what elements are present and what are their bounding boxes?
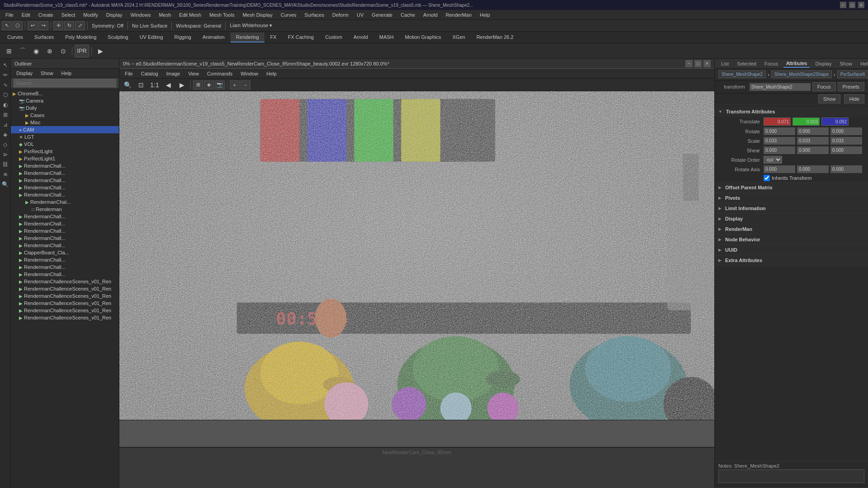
tab-attributes[interactable]: Attributes [783, 60, 810, 68]
scale-x-input[interactable] [764, 137, 795, 145]
render-file-menu[interactable]: File [121, 70, 137, 77]
render-image-menu[interactable]: Image [163, 70, 184, 77]
notes-textarea[interactable] [718, 469, 864, 483]
scale-tool-btn[interactable]: ⤢ [75, 21, 85, 30]
tree-item[interactable]: ▶RendermanChall... [11, 162, 119, 169]
tree-item[interactable]: 📷Camera [11, 97, 119, 104]
snap-view-btn[interactable]: ⊙ [57, 45, 70, 57]
presets-btn[interactable]: Presets [838, 82, 864, 91]
shear-y-input[interactable] [797, 146, 829, 154]
rotate-y-input[interactable] [797, 127, 829, 135]
translate-z-input[interactable] [821, 117, 849, 126]
shear-z-input[interactable] [830, 146, 862, 154]
select-tool-btn[interactable]: ↖ [2, 21, 12, 30]
tab-mash[interactable]: MASH [374, 33, 399, 42]
tab-poly-modeling[interactable]: Poly Modeling [60, 33, 102, 42]
tree-item[interactable]: □Renderman [11, 206, 119, 213]
tree-item[interactable]: ▶RendermanChallenceScenes_v01_Ren [11, 292, 119, 300]
menu-item-deform[interactable]: Deform [329, 11, 352, 19]
render-commands-menu[interactable]: Commands [203, 70, 236, 77]
tree-item[interactable]: ▶Misc [11, 119, 119, 126]
rivet-tool[interactable]: ⊞ [1, 110, 10, 119]
curve-tool[interactable]: ∿ [1, 80, 10, 89]
tab-motion-graphics[interactable]: Motion Graphics [400, 33, 447, 42]
menu-item-windows[interactable]: Windows [127, 11, 155, 19]
rotate-axis-x[interactable] [764, 165, 795, 173]
rotate-axis-y[interactable] [797, 165, 829, 173]
tab-help[interactable]: Help [858, 60, 868, 67]
node-behavior-header[interactable]: ▶ Node Behavior [715, 235, 868, 244]
tree-item[interactable]: ▶PxrRectLight [11, 148, 119, 155]
render-settings-btn[interactable]: IPR [75, 45, 89, 57]
menu-item-help[interactable]: Help [476, 11, 494, 19]
sculpt-tool[interactable]: ◐ [1, 100, 10, 109]
tree-item[interactable]: ▶RendermanChallenceScenes_v01_Ren [11, 300, 119, 307]
tree-item[interactable]: ◆VOL [11, 141, 119, 148]
tree-item[interactable]: ▶RendermanChall... [11, 242, 119, 249]
render-btn[interactable]: ▶ [94, 45, 107, 57]
render-zoom-icon[interactable]: 🔍 [121, 79, 134, 91]
tab-fx-caching[interactable]: FX Caching [283, 33, 319, 42]
tab-xgen[interactable]: XGen [447, 33, 471, 42]
outliner-search-input[interactable] [14, 79, 116, 87]
tab-curves[interactable]: Curves [2, 33, 28, 42]
rotate-order-dropdown[interactable]: xyzyzxzxyxzyyxzzyx [764, 156, 782, 164]
translate-y-input[interactable] [793, 117, 820, 126]
tab-show[interactable]: Show [837, 60, 855, 67]
close-button[interactable]: × [858, 2, 864, 8]
node-chip-1[interactable]: Shere_MeshShape2 [718, 70, 766, 78]
render-fit-icon[interactable]: ⊡ [135, 79, 147, 91]
render-win-min[interactable]: − [685, 60, 693, 67]
render-help-menu[interactable]: Help [263, 70, 280, 77]
render-win-close[interactable]: × [703, 60, 711, 67]
menu-item-file[interactable]: File [2, 11, 17, 19]
select-tool[interactable]: ↖ [1, 61, 10, 70]
minimize-button[interactable]: − [840, 2, 846, 8]
snap-grid-btn[interactable]: ⊞ [3, 45, 15, 57]
render-real-size-icon[interactable]: 1:1 [148, 79, 161, 91]
node-chip-3[interactable]: PxrSurface6 [837, 70, 868, 78]
tree-item[interactable]: ▶RendermanChallenceScenes_v01_Ren [11, 314, 119, 321]
lasso-tool-btn[interactable]: ⬡ [13, 21, 23, 30]
outliner-help-menu[interactable]: Help [58, 70, 75, 77]
render-win-max[interactable]: □ [694, 60, 702, 67]
focus-btn[interactable]: Focus [812, 82, 836, 91]
menu-item-renderman[interactable]: RenderMan [442, 11, 475, 19]
tree-item[interactable]: ▶RendermanChall... [11, 263, 119, 271]
render-prev-icon[interactable]: ◀ [162, 79, 175, 91]
menu-item-cache[interactable]: Cache [397, 11, 419, 19]
menu-item-arnold[interactable]: Arnold [420, 11, 441, 19]
render-display-icon[interactable]: ⊞ [193, 80, 203, 89]
transform-section-header[interactable]: ▼ Transform Attributes [715, 107, 868, 117]
menu-item-uv[interactable]: UV [353, 11, 367, 19]
shear-x-input[interactable] [764, 146, 795, 154]
tab-list[interactable]: List [718, 60, 731, 67]
tree-item[interactable]: ▶RendermanChall... [11, 271, 119, 278]
undo-btn[interactable]: ↩ [28, 21, 38, 30]
uuid-header[interactable]: ▶ UUID [715, 245, 868, 255]
anim-tool[interactable]: ⊳ [1, 150, 10, 159]
rotate-axis-z[interactable] [830, 165, 862, 173]
tree-item[interactable]: ▶RendermanChallenceScenes_v01_Ren [11, 285, 119, 292]
tab-focus[interactable]: Focus [762, 60, 781, 67]
menu-item-curves[interactable]: Curves [277, 11, 300, 19]
offset-parent-header[interactable]: ▶ Offset Parent Matrix [715, 183, 868, 192]
tab-sculpting[interactable]: Sculpting [102, 33, 133, 42]
rotate-tool-btn[interactable]: ↻ [64, 21, 74, 30]
tree-item[interactable]: ▶RendermanChall... [11, 256, 119, 263]
render-view-menu[interactable]: View [184, 70, 203, 77]
tree-item[interactable]: ▶RendermanChall... [11, 184, 119, 191]
tab-selected[interactable]: Selected [734, 60, 759, 67]
render-tool[interactable]: ◇ [1, 140, 10, 149]
tree-item[interactable]: ▶ChromeB... [11, 90, 119, 97]
tab-arnold[interactable]: Arnold [348, 33, 373, 42]
translate-x-input[interactable] [764, 117, 791, 126]
show-btn[interactable]: Show [818, 94, 841, 103]
extra-attributes-header[interactable]: ▶ Extra Attributes [715, 255, 868, 265]
tree-item[interactable]: ▶RendermanChall... [11, 220, 119, 227]
menu-item-modify[interactable]: Modify [80, 11, 101, 19]
poly-tool[interactable]: ⬡ [1, 90, 10, 99]
redo-btn[interactable]: ↪ [38, 21, 48, 30]
tree-item[interactable]: ▶Cases [11, 112, 119, 119]
paint-tool[interactable]: ✏ [1, 70, 10, 80]
